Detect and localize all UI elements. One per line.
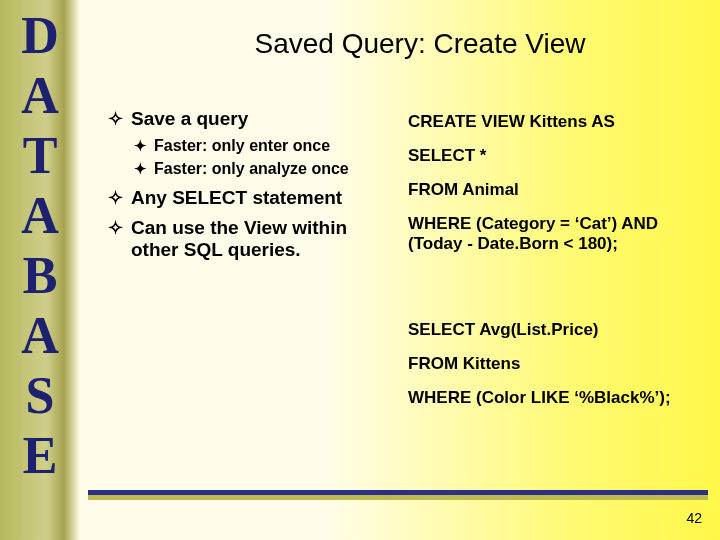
sidebar-letter: S — [26, 366, 55, 426]
bullet-list: ✧ Save a query ✦ Faster: only enter once… — [108, 100, 398, 267]
sql-line: SELECT Avg(List.Price) — [408, 320, 708, 340]
sidebar-letter: A — [21, 66, 59, 126]
bullet-level1: ✧ Any SELECT statement — [108, 187, 398, 209]
sidebar-letter: D — [21, 6, 59, 66]
diamond-icon: ✧ — [108, 187, 123, 209]
sidebar-letter: B — [23, 246, 58, 306]
diamond-icon: ✧ — [108, 217, 123, 239]
sql-block-select-avg: SELECT Avg(List.Price) FROM Kittens WHER… — [408, 320, 708, 422]
bullet-level2: ✦ Faster: only enter once — [134, 136, 398, 156]
sql-line: WHERE (Category = ‘Cat’) AND (Today - Da… — [408, 214, 708, 254]
slide: D A T A B A S E Saved Query: Create View… — [0, 0, 720, 540]
sidebar-letter: E — [23, 426, 58, 486]
footer-divider — [88, 490, 708, 495]
cross-icon: ✦ — [134, 159, 147, 179]
bullet-text: Can use the View within other SQL querie… — [131, 217, 398, 261]
sidebar-letter: A — [21, 306, 59, 366]
sql-line: CREATE VIEW Kittens AS — [408, 112, 708, 132]
bullet-level1: ✧ Can use the View within other SQL quer… — [108, 217, 398, 261]
bullet-level2: ✦ Faster: only analyze once — [134, 159, 398, 179]
page-number: 42 — [686, 510, 702, 526]
sql-block-create-view: CREATE VIEW Kittens AS SELECT * FROM Ani… — [408, 112, 708, 268]
sql-line: FROM Animal — [408, 180, 708, 200]
slide-title: Saved Query: Create View — [160, 28, 680, 60]
sql-line: WHERE (Color LIKE ‘%Black%’); — [408, 388, 708, 408]
diamond-icon: ✧ — [108, 108, 123, 130]
sql-line: FROM Kittens — [408, 354, 708, 374]
sidebar-letter: T — [23, 126, 58, 186]
sidebar-database-letters: D A T A B A S E — [0, 0, 80, 540]
sidebar-letter: A — [21, 186, 59, 246]
bullet-text: Faster: only analyze once — [154, 159, 398, 179]
sql-line: SELECT * — [408, 146, 708, 166]
bullet-text: Any SELECT statement — [131, 187, 398, 209]
cross-icon: ✦ — [134, 136, 147, 156]
bullet-text: Save a query — [131, 108, 398, 130]
bullet-text: Faster: only enter once — [154, 136, 398, 156]
bullet-level1: ✧ Save a query — [108, 108, 398, 130]
